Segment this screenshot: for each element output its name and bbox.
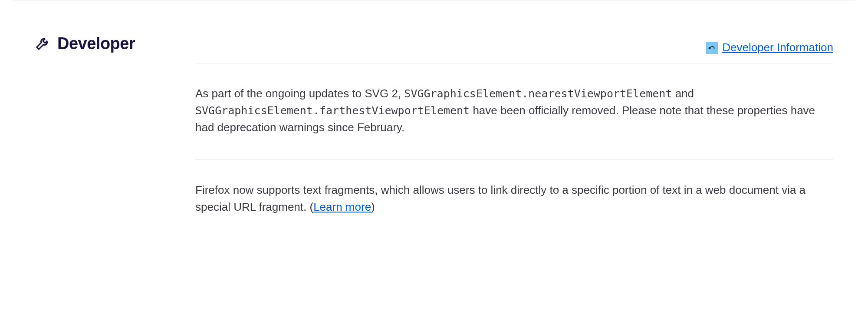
- page-container: Developer Developer Information As part …: [0, 0, 868, 239]
- text-fragment: and: [672, 87, 694, 100]
- section-title: Developer: [57, 34, 135, 53]
- developer-badge-icon: [706, 42, 718, 54]
- developer-information-link[interactable]: Developer Information: [722, 41, 833, 54]
- release-note-entry: Firefox now supports text fragments, whi…: [195, 159, 833, 239]
- content-area: As part of the ongoing updates to SVG 2,…: [195, 63, 833, 239]
- text-fragment: Firefox now supports text fragments, whi…: [195, 183, 806, 213]
- text-fragment: As part of the ongoing updates to SVG 2,: [195, 87, 404, 100]
- heading-group: Developer: [35, 34, 135, 53]
- release-note-entry: As part of the ongoing updates to SVG 2,…: [195, 63, 833, 159]
- text-fragment: ): [371, 200, 375, 213]
- wrench-icon: [35, 35, 51, 53]
- code-literal: SVGGraphicsElement.nearestViewportElemen…: [404, 87, 672, 100]
- learn-more-link[interactable]: Learn more: [313, 200, 371, 213]
- release-note-text: Firefox now supports text fragments, whi…: [195, 182, 833, 216]
- release-note-text: As part of the ongoing updates to SVG 2,…: [195, 85, 833, 136]
- code-literal: SVGGraphicsElement.farthestViewportEleme…: [195, 104, 470, 117]
- section-header-row: Developer Developer Information: [35, 0, 833, 63]
- developer-info-block: Developer Information: [706, 41, 833, 54]
